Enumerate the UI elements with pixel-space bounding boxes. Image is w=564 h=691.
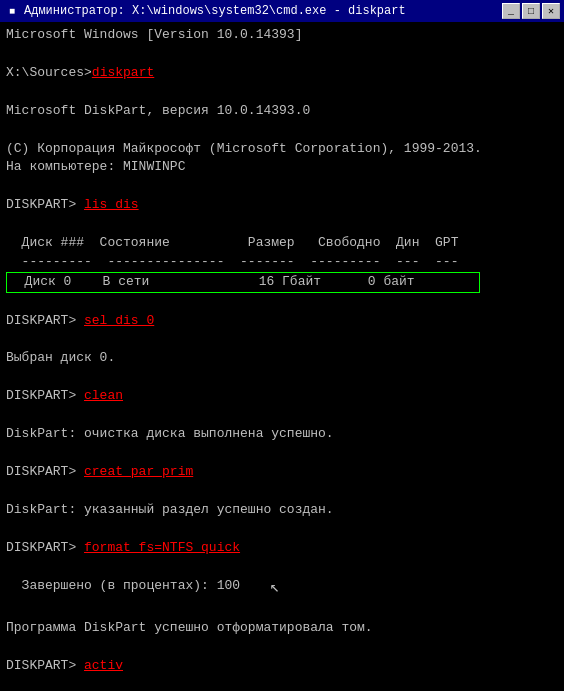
cmd-lis-dis: lis dis	[84, 196, 139, 215]
diskpart-version-text: Microsoft DiskPart, версия 10.0.14393.0	[6, 102, 310, 121]
table-header-text: Диск ### Состояние Размер Свободно Дин G…	[6, 234, 458, 253]
blank-15	[6, 638, 558, 657]
close-button[interactable]: ✕	[542, 3, 560, 19]
blank-14	[6, 600, 558, 619]
cmd-format: format fs=NTFS quick	[84, 539, 240, 558]
prompt-5: DISKPART>	[6, 463, 84, 482]
blank-12	[6, 520, 558, 539]
line-format: DISKPART> format fs=NTFS quick	[6, 539, 558, 558]
title-bar: ■ Администратор: X:\windows\system32\cmd…	[0, 0, 564, 22]
blank-6	[6, 293, 558, 312]
line-creat-result: DiskPart: указанный раздел успешно созда…	[6, 501, 558, 520]
line-diskpart-cmd: X:\Sources>diskpart	[6, 64, 558, 83]
cmd-sel-dis: sel dis 0	[84, 312, 154, 331]
format-progress-text: Завершено (в процентах): 100	[6, 577, 240, 600]
line-clean-result: DiskPart: очистка диска выполнена успешн…	[6, 425, 558, 444]
prompt-1: X:\Sources>	[6, 64, 92, 83]
line-copyright: (С) Корпорация Майкрософт (Microsoft Cor…	[6, 140, 558, 159]
prompt-7: DISKPART>	[6, 657, 84, 676]
selected-disk-text: Выбран диск 0.	[6, 349, 115, 368]
line-sel-dis: DISKPART> sel dis 0	[6, 312, 558, 331]
line-version: Microsoft Windows [Version 10.0.14393]	[6, 26, 558, 45]
blank-8	[6, 368, 558, 387]
computer-text: На компьютере: MINWINPC	[6, 158, 185, 177]
line-format-result: Программа DiskPart успешно отформатирова…	[6, 619, 558, 638]
cmd-diskpart: diskpart	[92, 64, 154, 83]
disk-0-row: Диск 0 В сети 16 Гбайт 0 байт	[6, 272, 480, 293]
line-creat-par: DISKPART> creat par prim	[6, 463, 558, 482]
version-text: Microsoft Windows [Version 10.0.14393]	[6, 26, 302, 45]
window-icon: ■	[4, 3, 20, 19]
line-selected-disk: Выбран диск 0.	[6, 349, 558, 368]
blank-16	[6, 675, 558, 691]
mouse-cursor-icon: ↖	[270, 577, 280, 600]
line-disk-row: Диск 0 В сети 16 Гбайт 0 байт	[6, 272, 558, 293]
copyright-text: (С) Корпорация Майкрософт (Microsoft Cor…	[6, 140, 482, 159]
prompt-4: DISKPART>	[6, 387, 84, 406]
line-computer: На компьютере: MINWINPC	[6, 158, 558, 177]
minimize-button[interactable]: _	[502, 3, 520, 19]
format-result-text: Программа DiskPart успешно отформатирова…	[6, 619, 373, 638]
window-title: Администратор: X:\windows\system32\cmd.e…	[24, 4, 406, 18]
line-separator: --------- --------------- ------- ------…	[6, 253, 558, 272]
separator-text: --------- --------------- ------- ------…	[6, 253, 458, 272]
blank-10	[6, 444, 558, 463]
prompt-3: DISKPART>	[6, 312, 84, 331]
prompt-6: DISKPART>	[6, 539, 84, 558]
cmd-creat-par: creat par prim	[84, 463, 193, 482]
cmd-activ: activ	[84, 657, 123, 676]
blank-3	[6, 121, 558, 140]
line-format-progress: Завершено (в процентах): 100 ↖	[6, 577, 558, 600]
maximize-button[interactable]: □	[522, 3, 540, 19]
cmd-window: ■ Администратор: X:\windows\system32\cmd…	[0, 0, 564, 691]
blank-13	[6, 558, 558, 577]
creat-result-text: DiskPart: указанный раздел успешно созда…	[6, 501, 334, 520]
title-bar-buttons: _ □ ✕	[502, 3, 560, 19]
cmd-clean: clean	[84, 387, 123, 406]
blank-5	[6, 215, 558, 234]
blank-2	[6, 83, 558, 102]
console-output: Microsoft Windows [Version 10.0.14393] X…	[0, 22, 564, 691]
title-bar-left: ■ Администратор: X:\windows\system32\cmd…	[4, 3, 406, 19]
line-activ: DISKPART> activ	[6, 657, 558, 676]
blank-1	[6, 45, 558, 64]
clean-result-text: DiskPart: очистка диска выполнена успешн…	[6, 425, 334, 444]
line-diskpart-version: Microsoft DiskPart, версия 10.0.14393.0	[6, 102, 558, 121]
blank-7	[6, 330, 558, 349]
prompt-2: DISKPART>	[6, 196, 84, 215]
line-clean: DISKPART> clean	[6, 387, 558, 406]
line-lis-dis: DISKPART> lis dis	[6, 196, 558, 215]
line-table-header: Диск ### Состояние Размер Свободно Дин G…	[6, 234, 558, 253]
blank-4	[6, 177, 558, 196]
blank-11	[6, 482, 558, 501]
blank-9	[6, 406, 558, 425]
